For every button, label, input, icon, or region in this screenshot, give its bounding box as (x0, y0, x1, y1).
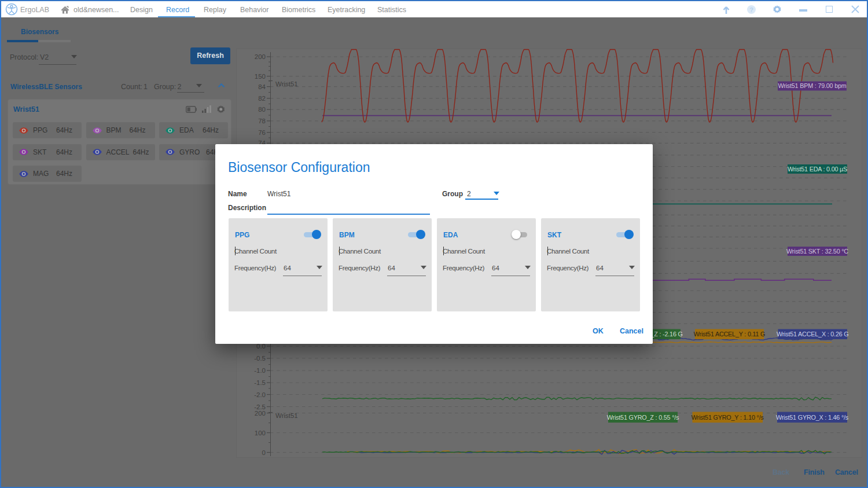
svg-text:150: 150 (255, 73, 266, 80)
svg-text:Wrist51 BPM : 79.00 bpm: Wrist51 BPM : 79.00 bpm (778, 82, 846, 89)
svg-text:Wrist51: Wrist51 (275, 412, 298, 419)
svg-text:?: ? (749, 6, 753, 13)
svg-text:Wrist51 EDA : 0.00 µS: Wrist51 EDA : 0.00 µS (788, 166, 847, 173)
svg-text:Wrist51 ACCEL_X : 0.26 G: Wrist51 ACCEL_X : 0.26 G (777, 331, 849, 337)
svg-text:82: 82 (258, 95, 266, 102)
svg-text:100: 100 (255, 430, 266, 436)
svg-text:-2.0: -2.0 (254, 391, 266, 398)
svg-text:-0.5: -0.5 (254, 355, 266, 362)
svg-text:200: 200 (255, 53, 266, 60)
svg-text:Wrist51: Wrist51 (275, 80, 298, 87)
svg-text:200: 200 (255, 410, 266, 417)
svg-text:0: 0 (262, 449, 266, 456)
svg-text:Wrist51 GYRO_Z : 0.55 °/s: Wrist51 GYRO_Z : 0.55 °/s (607, 414, 679, 421)
svg-text:Wrist51 GYRO_Y : 1.10 °/s: Wrist51 GYRO_Y : 1.10 °/s (692, 414, 764, 421)
svg-text:84: 84 (258, 83, 266, 90)
svg-text:80: 80 (258, 106, 266, 113)
svg-text:Wrist51 GYRO_X : 1.46 °/s: Wrist51 GYRO_X : 1.46 °/s (776, 414, 849, 421)
svg-text:78: 78 (258, 118, 266, 124)
svg-text:Wrist51 SKT : 32.50 °C: Wrist51 SKT : 32.50 °C (786, 248, 848, 255)
svg-text:-1.0: -1.0 (254, 367, 266, 374)
svg-text:Wrist51 ACCEL_Y : 0.11 G: Wrist51 ACCEL_Y : 0.11 G (694, 331, 766, 337)
svg-text:-1.5: -1.5 (254, 379, 266, 386)
svg-text:76: 76 (258, 129, 266, 136)
